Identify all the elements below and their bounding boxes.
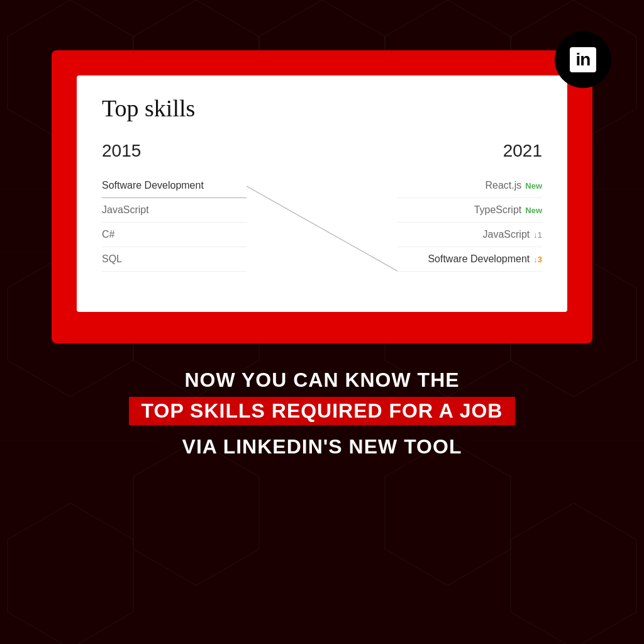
bottom-line1: NOW YOU CAN KNOW THE [129, 369, 516, 392]
skills-comparison: 2015 Software Development JavaScript C# … [102, 141, 542, 287]
skill-item-left-4: SQL [102, 247, 247, 272]
badge-new-2: New [525, 206, 542, 215]
skill-name-react: React.js [485, 180, 521, 191]
linkedin-icon: in [570, 47, 597, 72]
linkedin-badge: in [555, 31, 611, 88]
skill-item-right-2: TypeScript New [397, 198, 542, 223]
left-column: 2015 Software Development JavaScript C# … [102, 141, 247, 272]
year-right: 2021 [397, 141, 542, 161]
svg-line-21 [247, 186, 397, 271]
bottom-line2-wrapper: TOP SKILLS REQUIRED FOR A JOB [129, 397, 516, 425]
skills-card: Top skills 2015 Software Development Jav… [77, 75, 567, 312]
skill-item-left-1: Software Development [102, 174, 247, 198]
skill-item-right-3: JavaScript ↓1 [397, 223, 542, 247]
skills-title: Top skills [102, 94, 542, 122]
skill-name-software-dev: Software Development [428, 253, 530, 265]
right-column: 2021 React.js New TypeScript New JavaScr… [397, 141, 542, 272]
year-left: 2015 [102, 141, 247, 161]
skill-item-left-3: C# [102, 223, 247, 247]
skill-list-right: React.js New TypeScript New JavaScript ↓… [397, 174, 542, 272]
skill-item-right-4: Software Development ↓3 [397, 247, 542, 272]
skill-name-typescript: TypeScript [474, 204, 522, 216]
bottom-line3: VIA LINKEDIN'S NEW TOOL [129, 435, 516, 458]
badge-new-1: New [525, 181, 542, 191]
red-card: in Top skills 2015 Software Development … [52, 50, 592, 343]
bottom-line2: TOP SKILLS REQUIRED FOR A JOB [142, 399, 503, 422]
badge-down-3: ↓3 [533, 255, 542, 264]
skill-item-left-2: JavaScript [102, 198, 247, 223]
skill-name-javascript: JavaScript [483, 229, 530, 240]
main-container: in Top skills 2015 Software Development … [0, 0, 644, 644]
connector-lines [247, 174, 397, 287]
bottom-text: NOW YOU CAN KNOW THE TOP SKILLS REQUIRED… [91, 369, 553, 458]
skill-list-left: Software Development JavaScript C# SQL [102, 174, 247, 272]
skill-item-right-1: React.js New [397, 174, 542, 198]
badge-down-1: ↓1 [533, 230, 542, 240]
